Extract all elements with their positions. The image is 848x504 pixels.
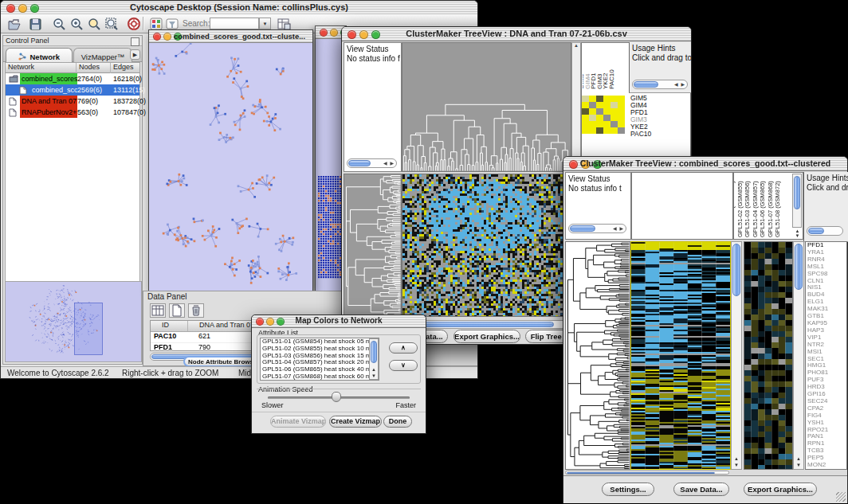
tv2-row-dendrogram[interactable]	[565, 241, 630, 470]
chevron-down-icon[interactable]: ▼	[370, 373, 378, 379]
zoom-in-icon[interactable]	[69, 17, 84, 32]
tv1-hints-hscrollbar[interactable]: ◀ ▶	[632, 80, 688, 89]
tv2-status-hscrollbar[interactable]: ◀ ▶	[568, 224, 626, 233]
tv2-settings-button[interactable]: Settings...	[602, 483, 654, 496]
new-attribute-icon[interactable]	[169, 303, 185, 318]
resize-grip[interactable]	[836, 492, 846, 502]
tv2-save-data-button[interactable]: Save Data...	[673, 483, 729, 496]
zoom-out-icon[interactable]	[52, 17, 67, 32]
tv1-usage-hints: Usage Hints Click and drag to ◀ ▶	[629, 42, 691, 93]
network-list-row[interactable]: DNA and Tran 07769(0)183728(0)	[6, 96, 139, 107]
scrollbar-thumb[interactable]	[732, 244, 740, 296]
tv2-column-label[interactable]: GPL51-07 (GSM868)	[768, 181, 774, 237]
treeview1-titlebar[interactable]: ClusterMaker TreeView : DNA and Tran 07-…	[342, 27, 691, 41]
done-button[interactable]: Done	[383, 416, 412, 428]
scrollbar-thumb[interactable]	[567, 472, 715, 474]
zoom-fit-icon[interactable]	[104, 17, 120, 32]
chevron-down-icon[interactable]: ▼	[794, 462, 803, 468]
treeview2-titlebar[interactable]: ClusterMaker TreeView : combined_scores_…	[563, 157, 847, 171]
scrollbar-thumb[interactable]	[348, 160, 371, 166]
chevron-down-icon[interactable]: ▼	[732, 462, 741, 468]
tab-vizmapper[interactable]: VizMapper™	[73, 48, 132, 62]
move-down-button[interactable]: ∨	[389, 360, 418, 371]
scrollbar-thumb[interactable]	[570, 225, 595, 232]
node-attribute-browser-tab[interactable]: Node Attribute Brows	[183, 356, 258, 367]
data-panel-title: Data Panel	[147, 292, 186, 301]
network-canvas-1[interactable]	[149, 43, 312, 292]
search-label: Search:	[183, 19, 210, 28]
attribute-list-item[interactable]: GPL51-07 (GSM868) heat shock 60 min	[261, 373, 379, 381]
chevron-up-icon[interactable]: ▲	[732, 455, 741, 462]
gene-label[interactable]: MON2	[806, 462, 846, 469]
id-column-header[interactable]: ID	[162, 321, 169, 329]
search-dropdown-button[interactable]: ▼	[259, 18, 271, 29]
tv2-heatmap-vscrollbar[interactable]: ▲ ▼	[731, 241, 742, 470]
tv1-column-label[interactable]: PAC10	[609, 69, 615, 89]
tv2-column-label[interactable]: GPL51-01 (GSM854)	[733, 181, 736, 237]
tv2-hints-hscrollbar[interactable]	[807, 226, 843, 236]
view-status-line1: View Status	[344, 43, 401, 54]
select-attributes-icon[interactable]	[150, 303, 166, 318]
float-panel-icon[interactable]	[131, 37, 139, 46]
tv1-column-dendrogram[interactable]	[402, 42, 571, 172]
control-panel-header: Control Panel	[3, 36, 142, 46]
zoom-selected-icon[interactable]	[87, 17, 102, 32]
tv1-status-hscrollbar[interactable]: ◀ ▶	[347, 158, 397, 168]
chevron-up-icon[interactable]: ▲	[370, 366, 378, 373]
tv1-export-graphics-button[interactable]: Export Graphics...	[453, 330, 520, 343]
tv1-cluster-matrix[interactable]	[582, 96, 625, 134]
tv1-row-label[interactable]: PAC10	[630, 131, 678, 138]
tv2-zoom-vscrollbar[interactable]: ▲ ▼	[793, 241, 804, 470]
network-list-header[interactable]: Network Nodes Edges	[6, 63, 139, 73]
scrollbar-thumb[interactable]	[795, 244, 803, 290]
row-value: 621	[198, 332, 210, 340]
tv1-heatmap[interactable]	[402, 174, 568, 317]
treeview2-title: ClusterMaker TreeView : combined_scores_…	[563, 158, 847, 168]
view-status-line1: View Status	[566, 173, 630, 184]
move-up-button[interactable]: ∧	[389, 342, 418, 354]
tv1-row-dendrogram[interactable]	[344, 174, 402, 317]
tv2-zoom-heatmap[interactable]	[744, 241, 793, 470]
edge-count: 107847(0)	[113, 107, 146, 118]
tv2-bottom-hscrollbar[interactable]	[565, 471, 729, 475]
delete-attribute-icon[interactable]	[188, 303, 204, 318]
chevron-down-icon[interactable]: ▼	[795, 233, 800, 238]
tab-vizmapper-label: VizMapper™	[81, 53, 125, 61]
col-nodes: Nodes	[76, 63, 100, 73]
network-name: RNAPuberNov2+	[20, 107, 77, 118]
node-count: 2569(6)	[77, 84, 102, 96]
scrollbar-thumb[interactable]	[634, 81, 658, 88]
scrollbar-thumb[interactable]	[808, 228, 824, 234]
main-window-title: Cytoscape Desktop (Session Name: collins…	[1, 2, 477, 12]
speed-slider-thumb[interactable]	[332, 392, 341, 402]
create-vizmap-button[interactable]: Create Vizmap	[329, 416, 382, 428]
chevron-up-icon[interactable]: ▲	[794, 455, 803, 462]
tv1-row-labels: GIM5GIM4PFD1GIM3YKE2PAC10	[630, 95, 678, 139]
scrollbar-thumb[interactable]	[371, 341, 377, 363]
search-input[interactable]	[210, 18, 259, 29]
network-window-1-titlebar[interactable]: combined_scores_good.txt--cluste...	[149, 30, 312, 43]
tv2-column-label[interactable]: GPL51-03 (GSM856)	[744, 181, 751, 237]
chevron-up-icon[interactable]: ▲	[574, 43, 579, 48]
tv2-column-label[interactable]: GPL51-02 (GSM855)	[737, 181, 744, 237]
help-icon[interactable]	[127, 17, 142, 32]
more-tabs-button[interactable]: ▶	[130, 49, 140, 60]
network-list-row[interactable]: combined_scores_2764(0)16218(0)	[6, 73, 139, 84]
tv2-labels-vscrollbar[interactable]	[792, 174, 802, 228]
network-list-row[interactable]: combined_sco2569(6)13112(15)	[6, 84, 139, 96]
tv2-view-status: View Status No status info t ◀ ▶	[565, 172, 631, 240]
tv2-column-label[interactable]: GPL51-08 (GSM872)	[775, 181, 781, 237]
scrollbar-thumb[interactable]	[794, 176, 800, 209]
tv2-column-label[interactable]: GPL51-06 (GSM865)	[760, 181, 766, 237]
save-icon[interactable]	[28, 17, 43, 32]
main-titlebar[interactable]: Cytoscape Desktop (Session Name: collins…	[1, 1, 477, 15]
birds-eye-view[interactable]	[5, 281, 142, 362]
tv2-export-graphics-button[interactable]: Export Graphics...	[744, 483, 817, 496]
attribute-list-vscrollbar[interactable]: ▲ ▼	[369, 338, 379, 380]
tv2-heatmap[interactable]	[630, 241, 731, 470]
tv2-column-label[interactable]: GPL51-04 (GSM857)	[752, 181, 759, 237]
open-file-icon[interactable]	[7, 17, 22, 32]
tab-network[interactable]: Network	[6, 48, 73, 62]
network-list-row[interactable]: RNAPuberNov2+563(0)107847(0)	[6, 107, 139, 118]
dialog-titlebar[interactable]: Map Colors to Network	[252, 315, 426, 328]
